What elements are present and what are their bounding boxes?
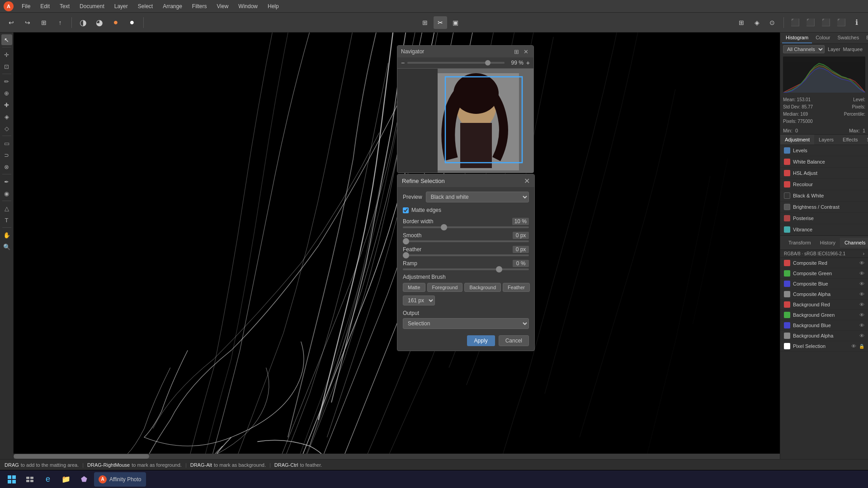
adj-tab-layers[interactable]: Layers xyxy=(814,135,838,145)
tool-lasso[interactable]: ⊃ xyxy=(1,150,12,160)
matte-edges-checkbox[interactable] xyxy=(403,207,409,213)
canvas-hscrollbar[interactable] xyxy=(14,454,780,459)
preview-select[interactable]: Black and white xyxy=(426,192,529,202)
taskbar-ie-btn[interactable]: e xyxy=(40,472,56,487)
tool-pen[interactable]: ✒ xyxy=(1,176,12,187)
toolbar-selection-tool[interactable]: ▣ xyxy=(449,16,462,29)
brush-feather-btn[interactable]: Feather xyxy=(503,283,530,292)
adj-tab-effects[interactable]: Effects xyxy=(838,135,862,145)
menu-window[interactable]: Window xyxy=(234,2,262,11)
zoom-thumb[interactable] xyxy=(485,60,491,66)
channel-composite-blue[interactable]: Composite Blue 👁 xyxy=(780,279,868,289)
output-select[interactable]: Selection xyxy=(403,318,529,329)
ramp-slider[interactable] xyxy=(403,268,529,270)
brush-size-select[interactable]: 161 px xyxy=(403,296,435,305)
channels-tab-transform[interactable]: Transform xyxy=(784,238,816,248)
toolbar-target[interactable]: ⊙ xyxy=(765,16,779,29)
smooth-thumb[interactable] xyxy=(403,238,409,244)
tool-heal[interactable]: ✚ xyxy=(1,99,12,110)
tool-magic[interactable]: ⊗ xyxy=(1,161,12,172)
tool-pointer[interactable]: ↖ xyxy=(1,34,12,45)
navigator-settings-btn[interactable]: ⊞ xyxy=(513,48,520,55)
menu-file[interactable]: File xyxy=(17,2,35,11)
menu-filters[interactable]: Filters xyxy=(188,2,212,11)
tool-move[interactable]: ✛ xyxy=(1,49,12,60)
channel-bg-blue[interactable]: Background Blue 👁 xyxy=(780,320,868,331)
toolbar-color-mode1[interactable]: ◑ xyxy=(76,16,90,29)
toolbar-export[interactable]: ↑ xyxy=(53,16,67,29)
tool-brush[interactable]: ✏ xyxy=(1,76,12,87)
adj-recolour[interactable]: Recolour xyxy=(780,179,868,190)
taskbar-explorer-btn[interactable]: 📁 xyxy=(58,472,74,487)
tool-hand[interactable]: ✋ xyxy=(1,230,12,240)
channel-composite-alpha[interactable]: Composite Alpha 👁 xyxy=(780,289,868,300)
refine-close-btn[interactable]: ✕ xyxy=(524,177,530,185)
tool-zoom[interactable]: 🔍 xyxy=(1,241,12,252)
hscroll-thumb[interactable] xyxy=(14,454,149,459)
channel-bg-red[interactable]: Background Red 👁 xyxy=(780,300,868,310)
toolbar-color-white[interactable]: ● xyxy=(125,16,139,29)
menu-text[interactable]: Text xyxy=(55,2,74,11)
taskbar-taskview-btn[interactable] xyxy=(22,472,38,487)
toolbar-right-btn1[interactable]: ⬛ xyxy=(788,16,802,29)
tool-patch[interactable]: ◇ xyxy=(1,123,12,134)
tool-clone[interactable]: ⊕ xyxy=(1,88,12,99)
toolbar-right-btn2[interactable]: ⬛ xyxy=(804,16,817,29)
channels-tab-history[interactable]: History xyxy=(816,238,840,248)
adj-tab-styles[interactable]: Styles xyxy=(863,135,868,145)
zoom-slider[interactable] xyxy=(407,62,505,64)
adj-levels[interactable]: Levels xyxy=(780,145,868,156)
menu-help[interactable]: Help xyxy=(263,2,283,11)
channel-bgalpha-eye-icon[interactable]: 👁 xyxy=(859,333,864,338)
toolbar-right-btn4[interactable]: ⬛ xyxy=(835,16,848,29)
menu-layer[interactable]: Layer xyxy=(110,2,132,11)
adj-vibrance[interactable]: Vibrance xyxy=(780,224,868,235)
navigator-close-btn[interactable]: ✕ xyxy=(522,48,530,55)
menu-document[interactable]: Document xyxy=(75,2,109,11)
tab-histogram[interactable]: Histogram xyxy=(782,33,812,43)
smooth-slider[interactable] xyxy=(403,240,529,242)
toolbar-snap-btn[interactable]: ⊞ xyxy=(735,16,748,29)
ramp-thumb[interactable] xyxy=(496,266,502,272)
adj-posterise[interactable]: Posterise xyxy=(780,213,868,224)
channel-pixel-selection[interactable]: Pixel Selection 👁 🔒 xyxy=(780,341,868,352)
zoom-in-btn[interactable]: + xyxy=(526,59,530,66)
channel-composite-green[interactable]: Composite Green 👁 xyxy=(780,268,868,279)
toolbar-undo[interactable]: ↩ xyxy=(5,16,18,29)
channel-composite-red[interactable]: Composite Red 👁 xyxy=(780,258,868,268)
feather-thumb[interactable] xyxy=(403,252,409,258)
adj-brightness[interactable]: Brightness / Contrast xyxy=(780,202,868,213)
refine-titlebar[interactable]: Refine Selection ✕ xyxy=(397,174,534,187)
adj-hsl[interactable]: HSL Adjust xyxy=(780,168,868,179)
channel-bggreen-eye-icon[interactable]: 👁 xyxy=(859,312,864,318)
navigator-titlebar[interactable]: Navigator ⊞ ✕ xyxy=(397,46,533,57)
feather-slider[interactable] xyxy=(403,254,529,256)
tool-text[interactable]: T xyxy=(1,215,12,225)
menu-edit[interactable]: Edit xyxy=(36,2,54,11)
tool-adjust[interactable]: ◈ xyxy=(1,111,12,122)
adj-white-balance[interactable]: White Balance xyxy=(780,156,868,168)
channel-bg-green[interactable]: Background Green 👁 xyxy=(780,310,868,320)
all-channels-select[interactable]: All Channels xyxy=(783,45,825,53)
toolbar-arrange[interactable]: ⊞ xyxy=(37,16,51,29)
tool-node[interactable]: ◉ xyxy=(1,188,12,199)
taskbar-affinity-btn[interactable]: A Affinity Photo xyxy=(94,472,146,487)
menu-arrange[interactable]: Arrange xyxy=(158,2,187,11)
channel-pixsel-lock-icon[interactable]: 🔒 xyxy=(859,344,864,349)
toolbar-lasso[interactable]: ✂ xyxy=(434,16,447,29)
tool-selection[interactable]: ▭ xyxy=(1,138,12,149)
channel-red-eye-icon[interactable]: 👁 xyxy=(859,260,864,266)
brush-background-btn[interactable]: Background xyxy=(464,283,501,292)
tab-colour[interactable]: Colour xyxy=(812,33,834,43)
toolbar-eye-dropper[interactable]: ◈ xyxy=(750,16,764,29)
channel-bg-alpha[interactable]: Background Alpha 👁 xyxy=(780,331,868,341)
brush-foreground-btn[interactable]: Foreground xyxy=(427,283,463,292)
channel-bgblue-eye-icon[interactable]: 👁 xyxy=(859,323,864,328)
tool-shape[interactable]: △ xyxy=(1,203,12,214)
channel-pixsel-eye-icon[interactable]: 👁 xyxy=(851,343,856,349)
channel-green-eye-icon[interactable]: 👁 xyxy=(859,271,864,276)
channel-blue-eye-icon[interactable]: 👁 xyxy=(859,281,864,286)
toolbar-right-btn3[interactable]: ⬛ xyxy=(819,16,833,29)
tab-swatches[interactable]: Swatches xyxy=(834,33,863,43)
channels-tab-channels[interactable]: Channels xyxy=(840,238,868,248)
